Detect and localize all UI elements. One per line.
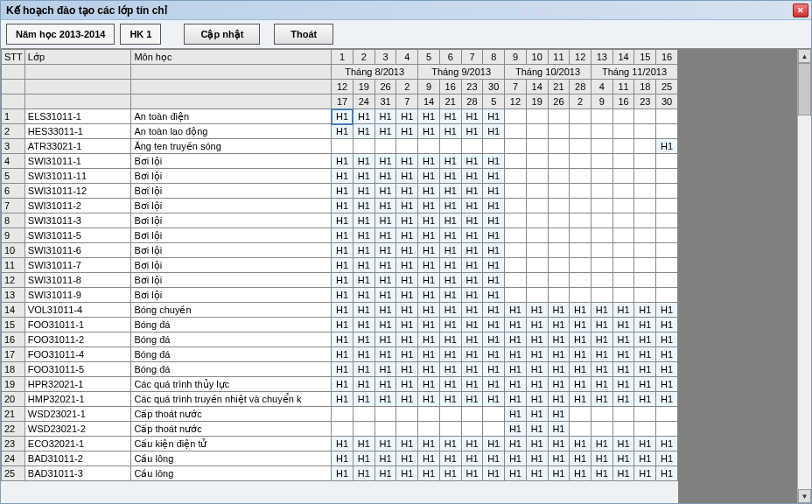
cell-week[interactable]: [418, 422, 440, 437]
hdr-mon[interactable]: Môn học: [131, 50, 332, 65]
cell-week[interactable]: [612, 109, 634, 124]
cell-week[interactable]: H1: [526, 407, 548, 422]
cell-week[interactable]: [570, 243, 592, 258]
cell-week[interactable]: H1: [332, 214, 354, 228]
cell-week[interactable]: H1: [439, 332, 461, 347]
cell-week[interactable]: [656, 288, 678, 303]
cell-week[interactable]: H1: [374, 109, 396, 124]
cell-week[interactable]: H1: [439, 303, 461, 318]
cell-week[interactable]: [353, 407, 374, 422]
scroll-thumb[interactable]: [798, 63, 811, 116]
cell-week[interactable]: H1: [483, 347, 505, 362]
hdr-week[interactable]: 11: [548, 50, 570, 65]
cell-week[interactable]: [548, 228, 570, 243]
cell-week[interactable]: [439, 422, 461, 437]
cell-week[interactable]: [612, 214, 634, 228]
cell-week[interactable]: [592, 258, 613, 273]
cell-week[interactable]: [526, 109, 548, 124]
cell-week[interactable]: H1: [332, 109, 354, 124]
cell-week[interactable]: [526, 184, 548, 199]
cell-week[interactable]: [612, 139, 634, 154]
cell-week[interactable]: H1: [396, 392, 418, 407]
cell-mon[interactable]: Bơi lội: [131, 199, 332, 214]
cell-week[interactable]: H1: [461, 258, 483, 273]
cell-week[interactable]: [461, 139, 483, 154]
cell-week[interactable]: H1: [656, 318, 678, 332]
cell-week[interactable]: H1: [656, 332, 678, 347]
cell-week[interactable]: H1: [526, 362, 548, 377]
cell-week[interactable]: [505, 258, 527, 273]
cell-week[interactable]: H1: [592, 466, 613, 481]
cell-week[interactable]: [505, 184, 527, 199]
cell-week[interactable]: [353, 422, 374, 437]
cell-week[interactable]: H1: [461, 124, 483, 139]
cell-week[interactable]: H1: [461, 377, 483, 392]
cell-week[interactable]: H1: [483, 214, 505, 228]
cell-week[interactable]: H1: [332, 332, 354, 347]
cell-week[interactable]: H1: [439, 347, 461, 362]
table-row[interactable]: 13SWI31011-9Bơi lộiH1H1H1H1H1H1H1H1: [2, 288, 678, 303]
cell-mon[interactable]: Ăng ten truyền sóng: [131, 139, 332, 154]
cell-week[interactable]: H1: [374, 466, 396, 481]
cell-week[interactable]: H1: [418, 362, 440, 377]
cell-mon[interactable]: Bóng đá: [131, 347, 332, 362]
cell-week[interactable]: [548, 184, 570, 199]
cell-week[interactable]: H1: [396, 303, 418, 318]
cell-week[interactable]: H1: [374, 288, 396, 303]
cell-week[interactable]: H1: [548, 437, 570, 452]
cell-week[interactable]: [374, 139, 396, 154]
cell-week[interactable]: [570, 407, 592, 422]
cell-week[interactable]: H1: [634, 347, 656, 362]
table-row[interactable]: 16FOO31011-2Bóng đáH1H1H1H1H1H1H1H1H1H1H…: [2, 332, 678, 347]
cell-mon[interactable]: Bóng đá: [131, 332, 332, 347]
cell-week[interactable]: H1: [374, 199, 396, 214]
cell-week[interactable]: [548, 214, 570, 228]
cell-week[interactable]: [548, 243, 570, 258]
cell-week[interactable]: H1: [656, 377, 678, 392]
cell-week[interactable]: [592, 228, 613, 243]
cell-week[interactable]: H1: [353, 392, 374, 407]
year-selector[interactable]: Năm học 2013-2014: [6, 24, 115, 45]
hdr-week[interactable]: 12: [570, 50, 592, 65]
cell-mon[interactable]: Cầu lông: [131, 466, 332, 481]
hdr-week[interactable]: 13: [592, 50, 613, 65]
cell-week[interactable]: H1: [634, 466, 656, 481]
cell-week[interactable]: H1: [548, 347, 570, 362]
cell-mon[interactable]: Bơi lội: [131, 228, 332, 243]
cell-week[interactable]: H1: [612, 466, 634, 481]
cell-week[interactable]: [526, 273, 548, 288]
cell-week[interactable]: H1: [418, 332, 440, 347]
cell-week[interactable]: H1: [461, 243, 483, 258]
cell-week[interactable]: [612, 199, 634, 214]
cell-week[interactable]: H1: [570, 303, 592, 318]
cell-week[interactable]: H1: [332, 392, 354, 407]
cell-week[interactable]: H1: [353, 184, 374, 199]
cell-week[interactable]: H1: [396, 214, 418, 228]
cell-mon[interactable]: Các quá trình thủy lực: [131, 377, 332, 392]
cell-mon[interactable]: Bơi lội: [131, 288, 332, 303]
cell-week[interactable]: H1: [526, 392, 548, 407]
cell-week[interactable]: H1: [418, 466, 440, 481]
table-row[interactable]: 18FOO31011-5Bóng đáH1H1H1H1H1H1H1H1H1H1H…: [2, 362, 678, 377]
hdr-week[interactable]: 8: [483, 50, 505, 65]
cell-week[interactable]: [505, 124, 527, 139]
cell-week[interactable]: H1: [592, 452, 613, 466]
cell-week[interactable]: H1: [374, 362, 396, 377]
cell-week[interactable]: H1: [461, 288, 483, 303]
table-row[interactable]: 3ATR33021-1Ăng ten truyền sóngH1: [2, 139, 678, 154]
cell-lop[interactable]: SWI31011-12: [24, 184, 131, 199]
cell-week[interactable]: [656, 184, 678, 199]
table-row[interactable]: 7SWI31011-2Bơi lộiH1H1H1H1H1H1H1H1: [2, 199, 678, 214]
cell-week[interactable]: H1: [439, 199, 461, 214]
cell-week[interactable]: [612, 407, 634, 422]
cell-week[interactable]: [461, 407, 483, 422]
cell-week[interactable]: H1: [592, 318, 613, 332]
cell-week[interactable]: H1: [570, 377, 592, 392]
cell-week[interactable]: H1: [483, 109, 505, 124]
cell-week[interactable]: H1: [332, 273, 354, 288]
cell-week[interactable]: [656, 243, 678, 258]
cell-week[interactable]: H1: [592, 347, 613, 362]
cell-week[interactable]: [592, 139, 613, 154]
cell-lop[interactable]: SWI31011-1: [24, 154, 131, 169]
cell-week[interactable]: H1: [374, 184, 396, 199]
